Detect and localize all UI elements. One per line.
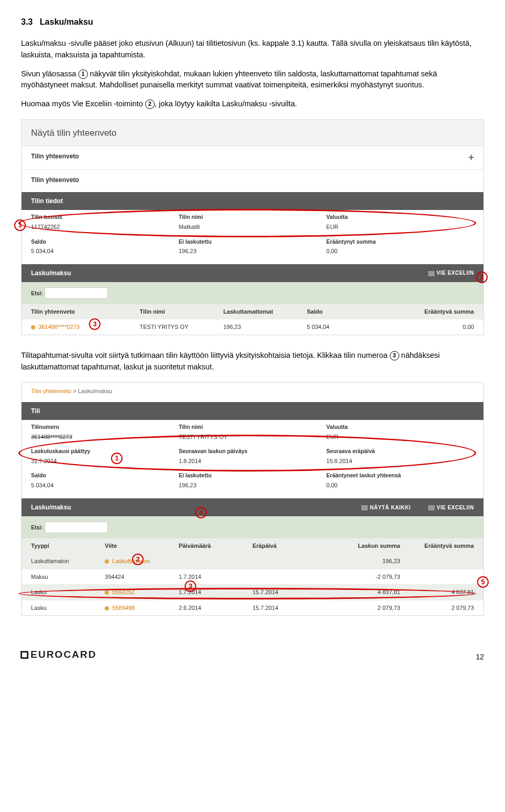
table-row[interactable]: 361488****0273 TESTI YRITYS OY 196,23 5 … [22, 319, 483, 335]
status-dot-icon [105, 606, 109, 610]
dark-bar-tili: Tili [22, 402, 483, 420]
tili-row2: Laskutuskausi päättyy31.7.2014 Seuraavan… [22, 444, 483, 468]
search-label: Etsi: [31, 290, 43, 296]
search-bar-2: Etsi: [22, 516, 483, 538]
table-row[interactable]: Laskuttamaton Laskuttamaton 196,23 [22, 553, 483, 569]
paragraph-4: Tilitapahtumat-sivulta voit siirtyä tutk… [21, 350, 484, 373]
dark-bar-lasku-maksu: Lasku/maksu VIE EXCELIIN 2 [22, 264, 483, 282]
logo-icon [21, 651, 28, 659]
paragraph-2: Sivun yläosassa 1 näkyvät tilin yksityis… [21, 68, 484, 92]
panel-subtitle-1[interactable]: Tilin yhteenveto + [22, 146, 483, 166]
eurocard-logo: EUROCARD [21, 647, 97, 663]
tili-row3: Saldo5 034,04 Ei laskutettu196,23 Eräänt… [22, 468, 483, 493]
section-heading: 3.3 Lasku/maksu [21, 16, 484, 28]
table-row[interactable]: Lasku 5592252 1.7.2014 15.7.2014 4 837,8… [22, 584, 483, 600]
ref-circle-1: 1 [78, 69, 88, 79]
dark-bar-lasku-maksu-2: Lasku/maksu NÄYTÄ KAIKKI VIE EXCELIIN 4 [22, 498, 483, 516]
list-icon [361, 505, 368, 510]
overlay-circle-2b: 2 [132, 554, 144, 565]
account-details-row2: Saldo5 034,04 Ei laskutettu196,23 Eräänt… [22, 235, 483, 259]
account-details-row1: Tilin tunnus117742262 Tilin nimiMatkatil… [22, 210, 483, 234]
panel-subtitle-2: Tilin yhteenveto [22, 169, 483, 190]
panel-title: Näytä tilin yhteenveto [22, 120, 483, 147]
tili-row1: Tilinumero361488****0273 Tilin nimiTESTI… [22, 420, 483, 444]
page-number: 12 [476, 651, 484, 663]
overlay-circle-3b: 3 [185, 580, 196, 592]
ref-circle-3: 3 [390, 351, 399, 360]
breadcrumb-link[interactable]: Tilin yhteenveto [31, 388, 72, 394]
overlay-circle-5: 5 [477, 576, 489, 588]
table-row[interactable]: Maksu 394424 1.7.2014 -2 079,73 [22, 569, 483, 585]
table-row[interactable]: Lasku 5589498 2.6.2014 15.7.2014 2 079,7… [22, 600, 483, 616]
status-dot-icon [31, 325, 35, 329]
overlay-circle-4: 4 [195, 507, 207, 518]
breadcrumb: Tilin yhteenveto > Lasku/maksu [22, 383, 483, 400]
excel-icon [428, 505, 435, 510]
export-excel-button[interactable]: VIE EXCELIIN [428, 269, 474, 277]
panel-account-detail: Tilin yhteenveto > Lasku/maksu Tili 1 Ti… [21, 382, 484, 616]
plus-icon[interactable]: + [468, 151, 474, 165]
paragraph-3: Huomaa myös Vie Exceliin -toiminto 2, jo… [21, 98, 484, 110]
table-header-panel1: Tilin yhteenveto Tilin nimi Laskuttamatt… [22, 304, 483, 319]
paragraph-1: Lasku/maksu -sivulle pääset joko etusivu… [21, 38, 484, 61]
table-header-panel2: Tyyppi Viite Päivämäärä Eräpäivä Laskun … [22, 538, 483, 554]
export-excel-button-2[interactable]: VIE EXCELIIN [428, 505, 474, 510]
panel-account-summary: Näytä tilin yhteenveto Tilin yhteenveto … [21, 119, 484, 335]
overlay-circle-2: 2 [476, 272, 488, 283]
excel-icon [428, 271, 435, 276]
show-all-button[interactable]: NÄYTÄ KAIKKI [361, 505, 411, 510]
status-dot-icon [105, 590, 109, 595]
search-bar: Etsi: [22, 282, 483, 304]
status-dot-icon [105, 559, 109, 564]
dark-bar-account-details: Tilin tiedot [22, 192, 483, 210]
search-input-2[interactable] [45, 522, 108, 533]
search-label-2: Etsi: [31, 524, 43, 530]
overlay-circle-1b: 1 [111, 453, 123, 464]
page-footer: EUROCARD 12 [21, 647, 484, 663]
ref-circle-2: 2 [145, 99, 155, 109]
search-input[interactable] [45, 287, 108, 299]
